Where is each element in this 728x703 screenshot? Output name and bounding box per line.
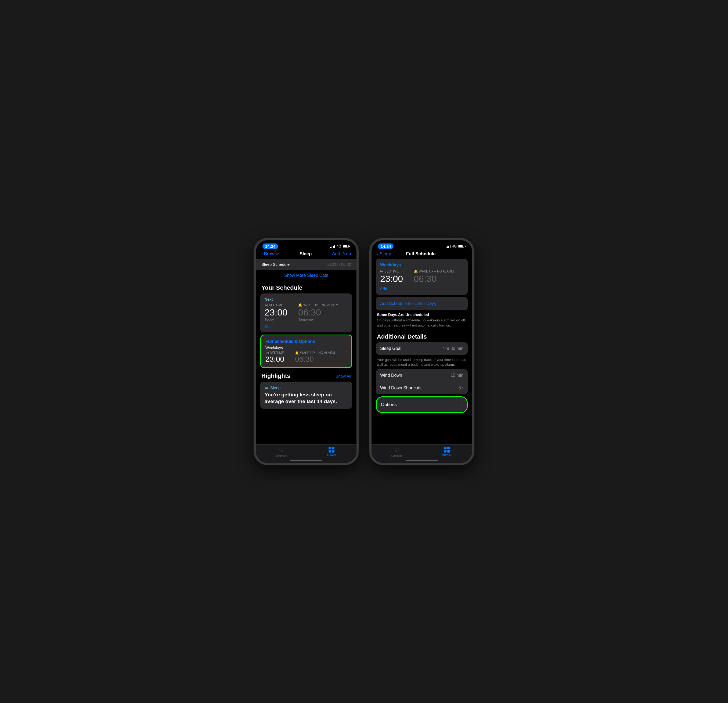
weekdays-label-1: Weekdays — [266, 346, 347, 350]
weekdays-bedtime-label: BEDTIME — [384, 269, 399, 273]
weekdays-bedtime-col: 🛏 BEDTIME 23:00 — [380, 269, 403, 284]
edit-link-1[interactable]: Edit — [264, 324, 348, 329]
bedtime-time: 23:00 — [264, 307, 287, 317]
signal-bar-6 — [447, 246, 448, 248]
signal-bar-2 — [331, 246, 332, 248]
add-schedule-text: Add Schedule for Other Days — [380, 301, 436, 306]
browse-cell-4 — [332, 450, 334, 453]
full-bedtime-row: 🛏 BEDTIME 23:00 🔔 WAKE UP – NO ALARM — [266, 351, 347, 364]
schedule-time: 23:00 - 06:30 — [328, 262, 351, 266]
wakeup-label: WAKE UP – NO ALARM — [303, 303, 338, 307]
schedule-label: Sleep Schedule — [261, 262, 290, 266]
battery-tip-1 — [349, 246, 350, 247]
browse-cell-8 — [447, 450, 450, 453]
browse-cell-2 — [332, 447, 334, 449]
battery-fill-2 — [459, 245, 462, 247]
wind-down-shortcuts-label: Wind Down Shortcuts — [380, 386, 422, 391]
highlights-title: Highlights — [261, 372, 290, 379]
browse-cell-5 — [444, 447, 447, 449]
full-wakeup-label: WAKE UP – NO ALARM — [300, 351, 335, 355]
heart-icon-2: ♡ — [394, 447, 399, 454]
bed-icon-2: 🛏 — [266, 351, 269, 355]
full-wakeup-icon-label: 🔔 WAKE UP – NO ALARM — [295, 351, 335, 355]
tab-browse-1[interactable]: Browse — [306, 447, 357, 457]
nav-back-label-1[interactable]: Browse — [264, 251, 279, 257]
battery-body-2 — [458, 245, 464, 248]
wakeup-sub: Tomorrow — [298, 317, 338, 321]
unscheduled-title: Some Days Are Unscheduled — [377, 312, 467, 317]
bedtime-label: BEDTIME — [269, 303, 283, 307]
sleep-goal-label: Sleep Goal — [380, 346, 402, 351]
sleep-label: Sleep — [270, 385, 280, 390]
tab-browse-label-2: Browse — [442, 453, 451, 456]
bed-icon-1: 🛏 — [264, 303, 268, 307]
browse-cell-7 — [444, 450, 447, 453]
nav-action-1[interactable]: Add Data — [332, 251, 351, 257]
options-label: Options — [381, 402, 397, 407]
signal-bars-1 — [330, 245, 335, 248]
bedtime-row: 🛏 BEDTIME 23:00 Today 🔔 WAKE UP – NO ALA… — [264, 303, 348, 321]
options-chevron: › — [461, 402, 462, 407]
nav-bar-1: ‹ Browse Sleep Add Data — [256, 250, 357, 259]
bell-icon-1: 🔔 — [298, 303, 302, 307]
sleep-bed-icon: 🛏 — [264, 385, 269, 390]
signal-bar-1 — [330, 247, 331, 248]
options-card[interactable]: Options › — [376, 396, 468, 413]
wind-down-shortcuts-row[interactable]: Wind Down Shortcuts 3 › — [376, 382, 468, 394]
signal-bar-8 — [450, 245, 451, 248]
scroll-content-1[interactable]: Sleep Schedule 23:00 - 06:30 Show More S… — [256, 259, 357, 444]
wind-down-section: Wind Down 15 min Wind Down Shortcuts 3 › — [376, 369, 468, 394]
tab-browse-2[interactable]: Browse — [422, 447, 472, 457]
show-more-sleep[interactable]: Show More Sleep Data — [256, 270, 357, 281]
home-indicator-1 — [290, 460, 322, 461]
phone-full-schedule: 14:24 4G — [369, 238, 474, 465]
browse-icon-2 — [444, 447, 450, 453]
sleep-goal-value: 7 hr 30 min — [442, 346, 464, 351]
bell-icon-3: 🔔 — [414, 269, 418, 273]
edit-link-2[interactable]: Edit — [380, 286, 464, 291]
nav-back-1[interactable]: ‹ Browse — [261, 251, 279, 257]
show-all-link[interactable]: Show All — [335, 374, 351, 378]
bed-icon-3: 🛏 — [380, 269, 383, 273]
scroll-content-2[interactable]: Weekdays 🛏 BEDTIME 23:00 🔔 — [371, 259, 472, 444]
next-label: Next — [264, 297, 348, 301]
weekdays-title: Weekdays — [380, 263, 464, 268]
full-schedule-card[interactable]: Full Schedule & Options Weekdays 🛏 BEDTI… — [260, 334, 352, 368]
phone-full-schedule-inner: 14:24 4G — [371, 240, 472, 463]
nav-back-2[interactable]: ‹ Sleep — [377, 251, 391, 257]
wind-down-label: Wind Down — [380, 373, 402, 378]
add-schedule-card[interactable]: Add Schedule for Other Days — [376, 297, 468, 310]
back-chevron-2: ‹ — [377, 251, 378, 257]
your-schedule-title: Your Schedule — [260, 281, 352, 294]
weekdays-wakeup-col: 🔔 WAKE UP – NO ALARM 06:30 — [414, 269, 454, 284]
top-schedule-row: Sleep Schedule 23:00 - 06:30 — [256, 259, 357, 270]
nav-back-label-2[interactable]: Sleep — [380, 251, 391, 257]
signal-bar-3 — [333, 246, 334, 248]
highlight-text: You're getting less sleep on average ove… — [264, 392, 348, 405]
battery-tip-2 — [465, 246, 465, 247]
nav-bar-2: ‹ Sleep Full Schedule — [371, 250, 472, 259]
weekdays-bedtime-row: 🛏 BEDTIME 23:00 🔔 WAKE UP – NO ALARM 06:… — [380, 269, 464, 284]
status-icons-2: 4G — [446, 244, 465, 248]
full-bedtime-time: 23:00 — [266, 355, 284, 364]
phones-container: 14:24 4G — [254, 238, 474, 465]
notch-2 — [402, 240, 442, 248]
browse-icon-1 — [329, 447, 334, 453]
wind-down-row[interactable]: Wind Down 15 min — [376, 369, 468, 382]
heart-icon-1: ♡ — [279, 447, 284, 454]
sleep-icon-label: 🛏 Sleep — [264, 385, 348, 390]
highlights-card: 🛏 Sleep You're getting less sleep on ave… — [260, 382, 352, 408]
your-schedule-section: Your Schedule Next 🛏 BEDTIME 23:00 Today — [260, 281, 352, 368]
weekdays-wakeup-label: WAKE UP – NO ALARM — [419, 269, 454, 273]
tab-summary-1[interactable]: ♡ Summary — [256, 447, 306, 457]
phone-sleep-inner: 14:24 4G — [256, 240, 357, 463]
signal-type-1: 4G — [337, 244, 341, 248]
browse-cell-6 — [447, 447, 450, 449]
unscheduled-card: Some Days Are Unscheduled On days withou… — [371, 311, 472, 331]
weekdays-card: Weekdays 🛏 BEDTIME 23:00 🔔 — [376, 259, 468, 295]
wind-down-value: 15 min — [451, 373, 464, 378]
tab-summary-2[interactable]: ♡ Summary — [371, 447, 422, 457]
bell-icon-2: 🔔 — [295, 351, 299, 355]
sleep-goal-row[interactable]: Sleep Goal 7 hr 30 min — [376, 342, 468, 355]
status-time-1: 14:24 — [263, 243, 278, 249]
